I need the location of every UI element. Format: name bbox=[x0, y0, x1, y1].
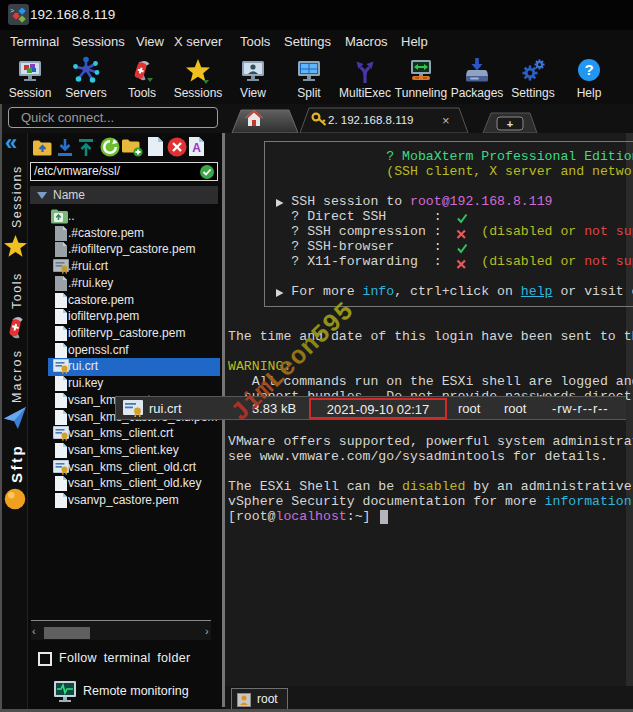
svg-text:+: + bbox=[507, 118, 513, 130]
svg-text:×: × bbox=[442, 113, 450, 128]
svg-text:A: A bbox=[192, 141, 201, 155]
svg-text:2. 192.168.8.119: 2. 192.168.8.119 bbox=[328, 114, 413, 126]
svg-text:>_: >_ bbox=[10, 7, 19, 15]
svg-text:?: ? bbox=[584, 61, 593, 78]
